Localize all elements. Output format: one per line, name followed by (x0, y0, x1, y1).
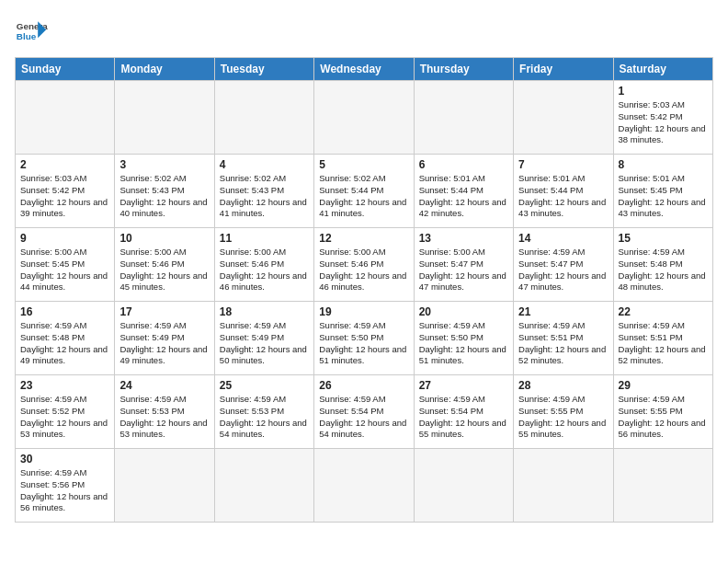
day-number: 28 (518, 379, 608, 392)
day-number: 9 (20, 232, 109, 245)
weekday-header-monday: Monday (115, 58, 214, 81)
day-info: Sunrise: 4:59 AM Sunset: 5:51 PM Dayligh… (518, 320, 608, 367)
day-info: Sunrise: 5:02 AM Sunset: 5:43 PM Dayligh… (119, 173, 209, 220)
day-info: Sunrise: 4:59 AM Sunset: 5:50 PM Dayligh… (319, 320, 408, 367)
calendar-cell: 13Sunrise: 5:00 AM Sunset: 5:47 PM Dayli… (414, 228, 513, 302)
day-number: 12 (319, 232, 408, 245)
day-number: 26 (319, 379, 408, 392)
calendar-cell: 9Sunrise: 5:00 AM Sunset: 5:45 PM Daylig… (16, 228, 115, 302)
day-number: 29 (619, 379, 708, 392)
day-number: 18 (220, 305, 309, 318)
calendar-cell (115, 449, 214, 523)
calendar-cell: 21Sunrise: 4:59 AM Sunset: 5:51 PM Dayli… (514, 302, 613, 375)
calendar-cell: 19Sunrise: 4:59 AM Sunset: 5:50 PM Dayli… (314, 302, 414, 375)
calendar-cell: 5Sunrise: 5:02 AM Sunset: 5:44 PM Daylig… (314, 155, 414, 228)
day-info: Sunrise: 5:01 AM Sunset: 5:44 PM Dayligh… (518, 173, 608, 220)
day-number: 27 (419, 379, 508, 392)
weekday-header-thursday: Thursday (414, 58, 513, 81)
day-info: Sunrise: 5:03 AM Sunset: 5:42 PM Dayligh… (20, 173, 109, 220)
calendar-week-6: 30Sunrise: 4:59 AM Sunset: 5:56 PM Dayli… (16, 449, 713, 523)
calendar-cell: 12Sunrise: 5:00 AM Sunset: 5:46 PM Dayli… (314, 228, 414, 302)
calendar-week-3: 9Sunrise: 5:00 AM Sunset: 5:45 PM Daylig… (16, 228, 713, 302)
day-info: Sunrise: 5:00 AM Sunset: 5:46 PM Dayligh… (119, 247, 209, 293)
logo-icon: General Blue (15, 15, 48, 48)
day-number: 30 (20, 453, 109, 465)
day-number: 4 (220, 158, 309, 171)
calendar-cell (514, 81, 613, 155)
day-info: Sunrise: 4:59 AM Sunset: 5:48 PM Dayligh… (20, 320, 109, 367)
calendar-cell: 6Sunrise: 5:01 AM Sunset: 5:44 PM Daylig… (414, 155, 513, 228)
calendar-cell: 25Sunrise: 4:59 AM Sunset: 5:53 PM Dayli… (214, 375, 313, 449)
weekday-header-friday: Friday (514, 58, 613, 81)
day-info: Sunrise: 4:59 AM Sunset: 5:50 PM Dayligh… (419, 320, 508, 367)
calendar-cell (314, 81, 414, 155)
day-info: Sunrise: 4:59 AM Sunset: 5:55 PM Dayligh… (518, 394, 608, 441)
day-info: Sunrise: 4:59 AM Sunset: 5:47 PM Dayligh… (518, 247, 608, 293)
calendar-cell: 20Sunrise: 4:59 AM Sunset: 5:50 PM Dayli… (414, 302, 513, 375)
calendar-cell: 1Sunrise: 5:03 AM Sunset: 5:42 PM Daylig… (613, 81, 712, 155)
day-number: 3 (119, 158, 209, 171)
day-number: 10 (119, 232, 209, 245)
weekday-header-saturday: Saturday (613, 58, 712, 81)
calendar-cell: 11Sunrise: 5:00 AM Sunset: 5:46 PM Dayli… (214, 228, 313, 302)
calendar-cell (214, 81, 313, 155)
calendar-cell (115, 81, 214, 155)
calendar-cell: 10Sunrise: 5:00 AM Sunset: 5:46 PM Dayli… (115, 228, 214, 302)
logo: General Blue (15, 15, 48, 48)
day-number: 25 (220, 379, 309, 392)
day-info: Sunrise: 4:59 AM Sunset: 5:48 PM Dayligh… (619, 247, 708, 293)
day-number: 24 (119, 379, 209, 392)
day-number: 8 (619, 158, 708, 171)
svg-text:Blue: Blue (17, 31, 37, 41)
day-info: Sunrise: 5:00 AM Sunset: 5:46 PM Dayligh… (220, 247, 309, 293)
weekday-header-sunday: Sunday (16, 58, 115, 81)
day-number: 14 (518, 232, 608, 245)
day-info: Sunrise: 5:00 AM Sunset: 5:46 PM Dayligh… (319, 247, 408, 293)
day-info: Sunrise: 5:02 AM Sunset: 5:44 PM Dayligh… (319, 173, 408, 220)
calendar-cell: 3Sunrise: 5:02 AM Sunset: 5:43 PM Daylig… (115, 155, 214, 228)
day-info: Sunrise: 4:59 AM Sunset: 5:51 PM Dayligh… (619, 320, 708, 367)
calendar-cell: 29Sunrise: 4:59 AM Sunset: 5:55 PM Dayli… (613, 375, 712, 449)
day-number: 23 (20, 379, 109, 392)
calendar-cell: 7Sunrise: 5:01 AM Sunset: 5:44 PM Daylig… (514, 155, 613, 228)
day-number: 19 (319, 305, 408, 318)
day-info: Sunrise: 5:01 AM Sunset: 5:45 PM Dayligh… (619, 173, 708, 220)
day-number: 2 (20, 158, 109, 171)
day-info: Sunrise: 4:59 AM Sunset: 5:54 PM Dayligh… (419, 394, 508, 441)
calendar-cell: 24Sunrise: 4:59 AM Sunset: 5:53 PM Dayli… (115, 375, 214, 449)
day-info: Sunrise: 4:59 AM Sunset: 5:49 PM Dayligh… (119, 320, 209, 367)
day-number: 6 (419, 158, 508, 171)
weekday-header-wednesday: Wednesday (314, 58, 414, 81)
calendar-cell: 4Sunrise: 5:02 AM Sunset: 5:43 PM Daylig… (214, 155, 313, 228)
day-number: 21 (518, 305, 608, 318)
calendar-cell: 17Sunrise: 4:59 AM Sunset: 5:49 PM Dayli… (115, 302, 214, 375)
day-number: 11 (220, 232, 309, 245)
calendar-cell: 2Sunrise: 5:03 AM Sunset: 5:42 PM Daylig… (16, 155, 115, 228)
calendar-cell: 22Sunrise: 4:59 AM Sunset: 5:51 PM Dayli… (613, 302, 712, 375)
calendar-cell: 27Sunrise: 4:59 AM Sunset: 5:54 PM Dayli… (414, 375, 513, 449)
day-info: Sunrise: 4:59 AM Sunset: 5:55 PM Dayligh… (619, 394, 708, 441)
calendar-cell: 15Sunrise: 4:59 AM Sunset: 5:48 PM Dayli… (613, 228, 712, 302)
day-info: Sunrise: 5:00 AM Sunset: 5:47 PM Dayligh… (419, 247, 508, 293)
calendar-cell: 16Sunrise: 4:59 AM Sunset: 5:48 PM Dayli… (16, 302, 115, 375)
calendar-week-2: 2Sunrise: 5:03 AM Sunset: 5:42 PM Daylig… (16, 155, 713, 228)
calendar-table: SundayMondayTuesdayWednesdayThursdayFrid… (15, 57, 713, 523)
day-number: 1 (619, 85, 708, 98)
day-info: Sunrise: 4:59 AM Sunset: 5:53 PM Dayligh… (119, 394, 209, 441)
day-number: 17 (119, 305, 209, 318)
page-header: General Blue (15, 15, 713, 48)
calendar-cell (414, 81, 513, 155)
day-number: 7 (518, 158, 608, 171)
day-info: Sunrise: 4:59 AM Sunset: 5:53 PM Dayligh… (220, 394, 309, 441)
calendar-cell: 26Sunrise: 4:59 AM Sunset: 5:54 PM Dayli… (314, 375, 414, 449)
calendar-cell (214, 449, 313, 523)
calendar-week-5: 23Sunrise: 4:59 AM Sunset: 5:52 PM Dayli… (16, 375, 713, 449)
calendar-cell: 18Sunrise: 4:59 AM Sunset: 5:49 PM Dayli… (214, 302, 313, 375)
calendar-cell (414, 449, 513, 523)
day-number: 22 (619, 305, 708, 318)
day-number: 20 (419, 305, 508, 318)
calendar-cell: 23Sunrise: 4:59 AM Sunset: 5:52 PM Dayli… (16, 375, 115, 449)
calendar-cell: 14Sunrise: 4:59 AM Sunset: 5:47 PM Dayli… (514, 228, 613, 302)
weekday-header-tuesday: Tuesday (214, 58, 313, 81)
day-info: Sunrise: 4:59 AM Sunset: 5:56 PM Dayligh… (20, 467, 109, 514)
